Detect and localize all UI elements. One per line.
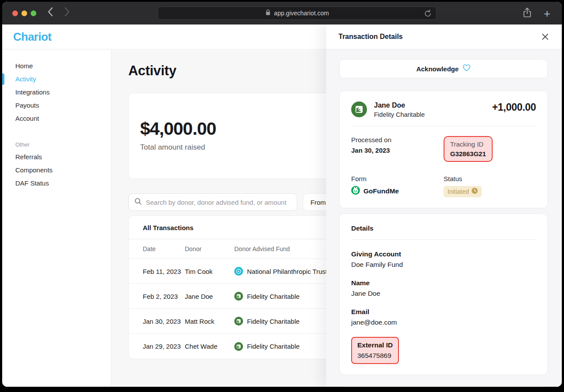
- fund-name: Fidelity Charitable: [247, 318, 300, 325]
- search-icon: [134, 198, 142, 207]
- sidebar-item-integrations[interactable]: Integrations: [2, 86, 111, 99]
- gofundme-icon: [351, 186, 360, 196]
- cell-date: Jan 29, 2023: [129, 343, 185, 350]
- form-value: GoFundMe: [363, 187, 399, 195]
- acknowledge-label: Acknowledge: [416, 65, 459, 73]
- status-label: Status: [444, 175, 536, 182]
- field-value: Jane Doe: [351, 290, 536, 298]
- fidelity-icon: [234, 292, 243, 301]
- heart-icon: [462, 64, 471, 74]
- search-field[interactable]: [128, 193, 297, 211]
- url-text: app.givechariot.com: [274, 10, 329, 17]
- fidelity-icon: [234, 317, 243, 326]
- fidelity-icon: [234, 342, 243, 351]
- back-icon[interactable]: [47, 7, 53, 17]
- field-label: Email: [351, 308, 536, 316]
- share-icon[interactable]: [523, 7, 532, 20]
- field-label: Name: [351, 279, 536, 287]
- cell-date: Feb 11, 2023: [129, 268, 185, 275]
- name-field: Name Jane Doe: [351, 279, 536, 298]
- fidelity-icon: [351, 102, 367, 117]
- transaction-details-panel: Transaction Details Acknowledge: [326, 24, 562, 387]
- processed-on-field: Processed on Jan 30, 2023: [351, 136, 444, 162]
- column-header-donor: Donor: [185, 245, 234, 252]
- sidebar-item-home[interactable]: Home: [2, 60, 111, 73]
- minimize-window-button[interactable]: [21, 10, 27, 16]
- cell-donor: Chet Wade: [185, 343, 234, 350]
- status-badge: Initiated: [444, 186, 482, 197]
- close-icon[interactable]: [541, 33, 549, 41]
- message-card: Message: [339, 385, 548, 387]
- external-id-highlight: External ID 365475869: [351, 337, 399, 364]
- close-window-button[interactable]: [12, 10, 18, 16]
- sidebar-item-activity[interactable]: Activity: [2, 73, 111, 86]
- form-field: Form GoFundMe: [351, 175, 444, 197]
- app-root: Chariot Home Activity Integrations Payou…: [2, 24, 562, 387]
- details-title: Details: [351, 224, 536, 232]
- fund-name: Fidelity Charitable: [247, 343, 300, 350]
- status-value: Initiated: [448, 188, 469, 195]
- address-bar[interactable]: app.givechariot.com: [158, 7, 437, 20]
- cell-donor: Jane Doe: [185, 293, 234, 300]
- form-label: Form: [351, 175, 444, 182]
- field-label: Giving Account: [351, 250, 536, 258]
- field-value: jane@doe.com: [351, 318, 536, 326]
- tracking-id-highlight: Tracking ID G32863G21: [444, 136, 493, 162]
- transaction-summary-card: Jane Doe Fidelity Charitable +1,000.00 P…: [339, 91, 548, 208]
- zoom-window-button[interactable]: [31, 10, 36, 16]
- panel-title: Transaction Details: [338, 33, 403, 41]
- clock-icon: [472, 188, 478, 196]
- cell-date: Jan 30, 2023: [129, 318, 185, 325]
- donor-name: Jane Doe: [374, 102, 425, 109]
- details-card: Details Giving Account Doe Family Fund N…: [339, 214, 548, 375]
- giving-account-field: Giving Account Doe Family Fund: [351, 250, 536, 269]
- browser-chrome: app.givechariot.com +: [2, 2, 562, 24]
- chariot-logo: Chariot: [13, 30, 52, 44]
- sidebar-section-other: Other: [2, 139, 111, 150]
- sidebar-item-components[interactable]: Components: [2, 164, 111, 177]
- sidebar-item-daf-status[interactable]: DAF Status: [2, 177, 111, 190]
- forward-icon[interactable]: [64, 7, 70, 17]
- browser-window: app.givechariot.com + Chariot Home Activ…: [2, 2, 562, 387]
- fund-name: Fidelity Charitable: [247, 293, 300, 300]
- field-label: External ID: [357, 341, 393, 349]
- npt-icon: [234, 267, 243, 276]
- cell-donor: Matt Rock: [185, 318, 234, 325]
- sidebar-item-account[interactable]: Account: [2, 112, 111, 125]
- cell-date: Feb 2, 2023: [129, 293, 185, 300]
- status-field: Status Initiated: [444, 175, 536, 197]
- donor-fund: Fidelity Charitable: [374, 111, 425, 118]
- transaction-amount: +1,000.00: [492, 102, 536, 113]
- new-tab-icon[interactable]: +: [544, 8, 550, 19]
- cell-donor: Tim Cook: [185, 268, 234, 275]
- sidebar-item-referrals[interactable]: Referrals: [2, 150, 111, 164]
- sidebar-item-payouts[interactable]: Payouts: [2, 99, 111, 112]
- search-input[interactable]: [146, 199, 297, 206]
- processed-on-label: Processed on: [351, 136, 444, 144]
- reload-icon[interactable]: [424, 9, 432, 19]
- field-value: 365475869: [357, 352, 393, 360]
- column-header-date: Date: [129, 245, 185, 252]
- tracking-id-label: Tracking ID: [450, 140, 486, 148]
- external-id-field: External ID 365475869: [351, 337, 536, 364]
- traffic-lights: [12, 10, 36, 16]
- sidebar: Home Activity Integrations Payouts Accou…: [2, 50, 111, 387]
- lock-icon: [265, 9, 271, 18]
- processed-on-value: Jan 30, 2023: [351, 147, 444, 154]
- fund-name: National Philanthropic Trust: [247, 268, 327, 275]
- field-value: Doe Family Fund: [351, 261, 536, 269]
- tracking-id-value: G32863G21: [450, 150, 486, 158]
- email-field: Email jane@doe.com: [351, 308, 536, 326]
- acknowledge-button[interactable]: Acknowledge: [339, 59, 548, 78]
